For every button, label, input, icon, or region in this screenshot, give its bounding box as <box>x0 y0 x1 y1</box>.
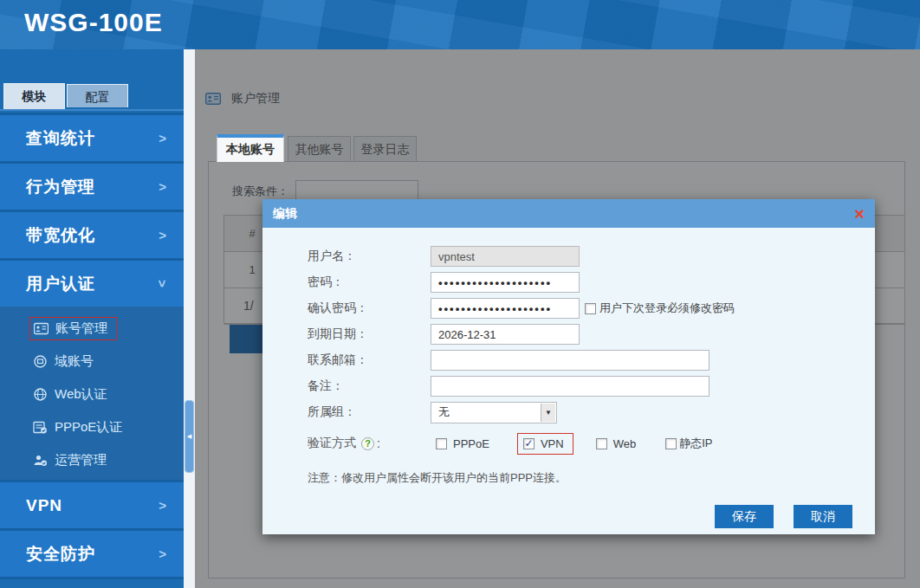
close-icon[interactable]: × <box>854 206 865 222</box>
tab-local-accounts[interactable]: 本地账号 <box>217 134 284 162</box>
web-checkbox[interactable] <box>596 438 607 449</box>
caret-down-icon: ▼ <box>545 409 552 417</box>
edit-dialog: 编辑 × 用户名： vpntest 密码： ••••••••••••••••••… <box>262 199 875 534</box>
sidebar-item-behavior-mgmt[interactable]: 行为管理 > <box>0 161 184 210</box>
sidebar-tab-modules[interactable]: 模块 <box>3 83 65 109</box>
group-selected-value: 无 <box>438 404 450 420</box>
submenu-item-web-auth[interactable]: Web认证 <box>0 378 184 410</box>
username-field: vpntest <box>431 246 580 267</box>
collapse-arrow-icon: ◀ <box>187 433 191 440</box>
doc-check-icon <box>33 421 48 434</box>
group-row: 所属组： 无 ▼ <box>262 399 875 425</box>
app-window: WSG-100E 模块 配置 查询统计 > 行为管理 > 带宽优化 > 用户认证… <box>0 0 920 588</box>
sidebar-item-security[interactable]: 安全防护 > <box>0 528 184 577</box>
submenu-item-domain-account[interactable]: 域账号 <box>0 345 184 378</box>
operator-icon <box>33 454 48 467</box>
web-label: Web <box>613 437 637 450</box>
sidebar-tabbar: 模块 配置 <box>0 83 184 109</box>
confirm-password-field[interactable]: •••••••••••••••••••• <box>431 298 580 319</box>
email-field[interactable] <box>431 350 709 371</box>
red-annotation-box: 账号管理 <box>29 317 117 340</box>
expire-date-label: 到期日期： <box>308 326 431 342</box>
auth-colon: : <box>377 436 380 450</box>
submenu-item-content: Web认证 <box>29 384 116 405</box>
sidebar-item-user-auth[interactable]: 用户认证 > <box>0 258 184 307</box>
sidebar-tab-divider <box>0 109 184 111</box>
auth-option-static-ip: 静态IP <box>660 432 721 455</box>
username-label: 用户名： <box>308 249 431 264</box>
app-title: WSG-100E <box>24 8 163 37</box>
sidebar-gutter <box>184 49 195 588</box>
dialog-header: 编辑 × <box>262 199 875 228</box>
chevron-right-icon: > <box>159 498 166 513</box>
dialog-buttons: 保存 取消 <box>262 505 875 528</box>
sidebar: 模块 配置 查询统计 > 行为管理 > 带宽优化 > 用户认证 > <box>0 49 184 588</box>
pppoe-label: PPPoE <box>453 437 489 450</box>
top-header: WSG-100E <box>0 0 920 49</box>
email-row: 联系邮箱： <box>262 347 875 373</box>
sidebar-item-bandwidth-opt[interactable]: 带宽优化 > <box>0 210 184 258</box>
chevron-right-icon: > <box>159 131 166 145</box>
warning-note: 注意：修改用户属性会断开该用户的当前PPP连接。 <box>262 470 875 486</box>
expire-date-row: 到期日期： 2026-12-31 <box>262 321 875 347</box>
sidebar-menu: 查询统计 > 行为管理 > 带宽优化 > 用户认证 > <box>0 113 184 579</box>
auth-method-row: 验证方式 ? : PPPoE ✓ VPN Web <box>262 430 875 456</box>
chevron-right-icon: > <box>159 179 166 194</box>
group-label: 所属组： <box>308 404 431 420</box>
auth-option-pppoe: PPPoE <box>431 434 498 454</box>
auth-method-label: 验证方式 ? : <box>308 436 431 451</box>
email-label: 联系邮箱： <box>308 352 431 368</box>
submenu-item-content: PPPoE认证 <box>29 417 131 438</box>
submenu-item-operation-mgmt[interactable]: 运营管理 <box>0 443 184 476</box>
id-card-icon <box>34 322 49 335</box>
submenu-item-account-mgmt[interactable]: 账号管理 <box>0 312 184 345</box>
sidebar-item-vpn[interactable]: VPN > <box>0 480 184 528</box>
check-icon: ✓ <box>524 438 533 449</box>
globe-icon <box>33 388 48 401</box>
auth-options-group: PPPoE ✓ VPN Web 静态IP <box>431 432 721 455</box>
must-change-password-checkbox[interactable] <box>585 303 596 314</box>
confirm-password-row: 确认密码： •••••••••••••••••••• 用户下次登录必须修改密码 <box>262 295 875 321</box>
save-button[interactable]: 保存 <box>715 505 774 528</box>
pppoe-checkbox[interactable] <box>436 438 447 449</box>
chevron-right-icon: > <box>159 228 166 242</box>
sidebar-collapse-handle[interactable]: ◀ <box>185 400 194 473</box>
remark-row: 备注： <box>262 373 875 399</box>
submenu-item-content: 运营管理 <box>29 449 115 471</box>
vpn-checkbox[interactable]: ✓ <box>523 438 535 449</box>
cancel-button[interactable]: 取消 <box>794 505 852 528</box>
sidebar-item-next-partial <box>0 577 184 579</box>
must-change-password-label: 用户下次登录必须修改密码 <box>599 300 735 316</box>
submenu-item-pppoe-auth[interactable]: PPPoE认证 <box>0 410 184 443</box>
domain-icon <box>33 355 48 368</box>
confirm-password-label: 确认密码： <box>308 300 431 316</box>
select-arrow-button[interactable]: ▼ <box>541 404 555 422</box>
auth-option-web: Web <box>591 434 645 454</box>
help-glyph: ? <box>365 438 371 449</box>
password-row: 密码： •••••••••••••••••••• <box>262 269 875 295</box>
static-ip-label: 静态IP <box>679 436 712 451</box>
sidebar-tab-config[interactable]: 配置 <box>67 84 128 107</box>
submenu-item-content: 域账号 <box>29 351 102 372</box>
password-label: 密码： <box>308 275 431 290</box>
expire-date-field[interactable]: 2026-12-31 <box>431 324 580 345</box>
group-select[interactable]: 无 ▼ <box>431 402 557 423</box>
remark-field[interactable] <box>431 376 709 397</box>
username-row: 用户名： vpntest <box>262 243 875 269</box>
chevron-right-icon: > <box>159 546 166 561</box>
vpn-label: VPN <box>541 437 564 450</box>
chevron-down-icon: > <box>155 280 170 288</box>
auth-method-text: 验证方式 <box>308 436 356 451</box>
static-ip-checkbox[interactable] <box>665 438 677 449</box>
dialog-title: 编辑 <box>273 206 854 222</box>
auth-option-vpn: ✓ VPN <box>517 433 573 455</box>
help-icon[interactable]: ? <box>361 437 374 450</box>
dialog-body: 用户名： vpntest 密码： •••••••••••••••••••• 确认… <box>262 228 875 528</box>
sidebar-item-query-stats[interactable]: 查询统计 > <box>0 113 184 161</box>
remark-label: 备注： <box>308 378 431 394</box>
user-auth-submenu: 账号管理 域账号 Web认证 <box>0 307 184 480</box>
password-field[interactable]: •••••••••••••••••••• <box>431 272 580 293</box>
